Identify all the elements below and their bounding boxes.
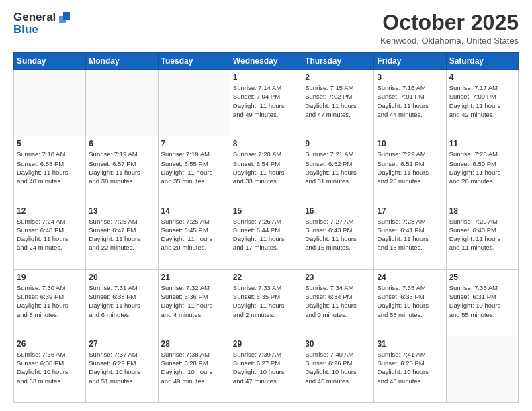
day-number: 10 [377,139,443,148]
day-number: 11 [449,139,515,148]
day-number: 2 [305,73,371,82]
location: Kenwood, Oklahoma, United States [380,36,519,46]
day-number: 20 [89,273,154,282]
calendar-cell: 27Sunrise: 7:37 AM Sunset: 6:29 PM Dayli… [86,336,158,402]
calendar-week-row: 19Sunrise: 7:30 AM Sunset: 6:39 PM Dayli… [14,269,519,336]
calendar-cell: 28Sunrise: 7:38 AM Sunset: 6:28 PM Dayli… [158,336,230,402]
day-number: 6 [89,139,154,148]
calendar-cell: 11Sunrise: 7:23 AM Sunset: 6:50 PM Dayli… [446,136,518,203]
day-number: 13 [89,206,154,216]
day-info: Sunrise: 7:20 AM Sunset: 6:54 PM Dayligh… [233,150,299,185]
day-info: Sunrise: 7:36 AM Sunset: 6:31 PM Dayligh… [449,283,515,319]
title-block: October 2025 Kenwood, Oklahoma, United S… [380,11,519,46]
day-info: Sunrise: 7:21 AM Sunset: 6:52 PM Dayligh… [305,150,371,185]
calendar-week-row: 26Sunrise: 7:36 AM Sunset: 6:30 PM Dayli… [14,336,519,402]
day-info: Sunrise: 7:17 AM Sunset: 7:00 PM Dayligh… [449,83,515,119]
calendar-cell: 18Sunrise: 7:29 AM Sunset: 6:40 PM Dayli… [446,203,518,269]
calendar-header-row: SundayMondayTuesdayWednesdayThursdayFrid… [14,53,519,70]
day-info: Sunrise: 7:24 AM Sunset: 6:48 PM Dayligh… [17,217,83,253]
day-info: Sunrise: 7:36 AM Sunset: 6:30 PM Dayligh… [17,350,83,385]
day-number: 12 [17,206,83,216]
calendar-cell: 6Sunrise: 7:19 AM Sunset: 6:57 PM Daylig… [86,136,158,203]
day-number: 24 [377,273,443,282]
calendar-cell [158,70,230,136]
calendar-cell: 1Sunrise: 7:14 AM Sunset: 7:04 PM Daylig… [230,70,302,136]
calendar-cell [14,70,86,136]
day-number: 19 [17,273,83,282]
day-number: 3 [377,73,443,82]
day-number: 21 [161,273,227,282]
calendar-cell [446,336,518,402]
day-info: Sunrise: 7:19 AM Sunset: 6:55 PM Dayligh… [161,150,227,185]
day-info: Sunrise: 7:26 AM Sunset: 6:44 PM Dayligh… [233,217,299,253]
calendar-cell: 31Sunrise: 7:41 AM Sunset: 6:25 PM Dayli… [374,336,446,402]
day-number: 31 [377,339,443,349]
calendar-cell: 21Sunrise: 7:32 AM Sunset: 6:36 PM Dayli… [158,269,230,336]
day-info: Sunrise: 7:30 AM Sunset: 6:39 PM Dayligh… [17,283,83,319]
logo-blue-text: Blue [13,23,71,36]
calendar-cell: 26Sunrise: 7:36 AM Sunset: 6:30 PM Dayli… [14,336,86,402]
day-number: 5 [17,139,83,148]
day-number: 26 [17,339,83,349]
day-number: 9 [305,139,371,148]
day-number: 28 [161,339,227,349]
calendar-day-header: Monday [86,53,158,70]
calendar-cell: 8Sunrise: 7:20 AM Sunset: 6:54 PM Daylig… [230,136,302,203]
day-info: Sunrise: 7:18 AM Sunset: 6:58 PM Dayligh… [17,150,83,185]
calendar-week-row: 12Sunrise: 7:24 AM Sunset: 6:48 PM Dayli… [14,203,519,269]
header: General Blue October 2025 Kenwood, Oklah… [13,11,519,46]
day-number: 25 [449,273,515,282]
day-info: Sunrise: 7:16 AM Sunset: 7:01 PM Dayligh… [377,83,443,119]
calendar-cell: 24Sunrise: 7:35 AM Sunset: 6:33 PM Dayli… [374,269,446,336]
calendar-week-row: 5Sunrise: 7:18 AM Sunset: 6:58 PM Daylig… [14,136,519,203]
day-number: 15 [233,206,299,216]
calendar-day-header: Sunday [14,53,86,70]
calendar-day-header: Saturday [446,53,518,70]
calendar-day-header: Wednesday [230,53,302,70]
calendar-cell: 3Sunrise: 7:16 AM Sunset: 7:01 PM Daylig… [374,70,446,136]
day-number: 22 [233,273,299,282]
day-number: 17 [377,206,443,216]
day-info: Sunrise: 7:38 AM Sunset: 6:28 PM Dayligh… [161,350,227,385]
day-info: Sunrise: 7:19 AM Sunset: 6:57 PM Dayligh… [89,150,154,185]
day-info: Sunrise: 7:15 AM Sunset: 7:02 PM Dayligh… [305,83,371,119]
calendar-day-header: Thursday [302,53,374,70]
calendar-cell: 10Sunrise: 7:22 AM Sunset: 6:51 PM Dayli… [374,136,446,203]
calendar-cell: 25Sunrise: 7:36 AM Sunset: 6:31 PM Dayli… [446,269,518,336]
calendar-cell: 23Sunrise: 7:34 AM Sunset: 6:34 PM Dayli… [302,269,374,336]
day-info: Sunrise: 7:40 AM Sunset: 6:26 PM Dayligh… [305,350,371,385]
day-info: Sunrise: 7:27 AM Sunset: 6:43 PM Dayligh… [305,217,371,253]
svg-marker-1 [59,16,66,23]
day-number: 4 [449,73,515,82]
logo-general-text: General [13,11,56,24]
day-number: 8 [233,139,299,148]
calendar-cell: 17Sunrise: 7:28 AM Sunset: 6:41 PM Dayli… [374,203,446,269]
day-info: Sunrise: 7:22 AM Sunset: 6:51 PM Dayligh… [377,150,443,185]
day-info: Sunrise: 7:25 AM Sunset: 6:45 PM Dayligh… [161,217,227,253]
calendar-cell [86,70,158,136]
calendar-cell: 15Sunrise: 7:26 AM Sunset: 6:44 PM Dayli… [230,203,302,269]
calendar-cell: 5Sunrise: 7:18 AM Sunset: 6:58 PM Daylig… [14,136,86,203]
calendar-cell: 12Sunrise: 7:24 AM Sunset: 6:48 PM Dayli… [14,203,86,269]
calendar-cell: 4Sunrise: 7:17 AM Sunset: 7:00 PM Daylig… [446,70,518,136]
day-number: 7 [161,139,227,148]
day-number: 23 [305,273,371,282]
calendar-cell: 20Sunrise: 7:31 AM Sunset: 6:38 PM Dayli… [86,269,158,336]
day-info: Sunrise: 7:28 AM Sunset: 6:41 PM Dayligh… [377,217,443,253]
day-number: 1 [233,73,299,82]
calendar-cell: 13Sunrise: 7:25 AM Sunset: 6:47 PM Dayli… [86,203,158,269]
calendar-cell: 2Sunrise: 7:15 AM Sunset: 7:02 PM Daylig… [302,70,374,136]
calendar-cell: 29Sunrise: 7:39 AM Sunset: 6:27 PM Dayli… [230,336,302,402]
day-info: Sunrise: 7:35 AM Sunset: 6:33 PM Dayligh… [377,283,443,319]
calendar-cell: 30Sunrise: 7:40 AM Sunset: 6:26 PM Dayli… [302,336,374,402]
day-number: 30 [305,339,371,349]
day-info: Sunrise: 7:37 AM Sunset: 6:29 PM Dayligh… [89,350,154,385]
day-info: Sunrise: 7:25 AM Sunset: 6:47 PM Dayligh… [89,217,154,253]
calendar-cell: 7Sunrise: 7:19 AM Sunset: 6:55 PM Daylig… [158,136,230,203]
calendar-table: SundayMondayTuesdayWednesdayThursdayFrid… [13,52,519,403]
calendar-cell: 9Sunrise: 7:21 AM Sunset: 6:52 PM Daylig… [302,136,374,203]
calendar-day-header: Tuesday [158,53,230,70]
day-info: Sunrise: 7:23 AM Sunset: 6:50 PM Dayligh… [449,150,515,185]
day-info: Sunrise: 7:33 AM Sunset: 6:35 PM Dayligh… [233,283,299,319]
day-info: Sunrise: 7:34 AM Sunset: 6:34 PM Dayligh… [305,283,371,319]
